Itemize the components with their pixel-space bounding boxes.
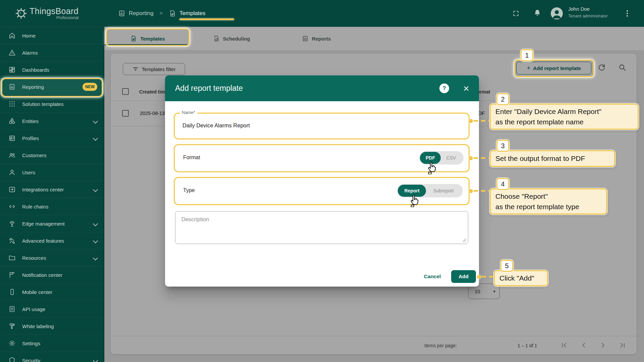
sidebar-item-label: Mobile center <box>22 289 52 295</box>
sidebar-item-integrations-center[interactable]: Integrations center <box>0 181 104 198</box>
mobile-center-icon <box>8 288 16 296</box>
name-field[interactable] <box>182 118 451 132</box>
sidebar-item-alarms[interactable]: Alarms <box>0 44 104 61</box>
solution-templates-icon <box>8 100 16 108</box>
breadcrumb-templates[interactable]: Templates <box>179 10 205 17</box>
thingsboard-logo-icon <box>15 7 28 20</box>
close-icon[interactable]: × <box>460 81 473 96</box>
cancel-button[interactable]: Cancel <box>421 270 444 283</box>
sidebar-item-label: White labeling <box>22 323 54 329</box>
sidebar-item-label: Users <box>22 170 35 175</box>
breadcrumb: Reporting > Templates <box>118 0 206 27</box>
more-options-kebab-icon[interactable] <box>623 9 632 18</box>
step-badge-4: 4 <box>496 178 509 190</box>
sidebar-item-api-usage[interactable]: API usage <box>0 300 104 317</box>
step-callout-5: 5 Click "Add" <box>494 270 548 286</box>
type-toggle: Report Subreport <box>397 184 463 197</box>
sidebar-item-users[interactable]: Users <box>0 164 104 181</box>
sidebar-item-label: Dashboards <box>22 67 49 73</box>
sidebar-item-resources[interactable]: Resources <box>0 249 104 266</box>
thingsboard-app: ThingsBoard Professional Reporting > Tem… <box>0 0 644 362</box>
step-badge-3: 3 <box>496 140 509 152</box>
sidebar-item-label: Advanced features <box>22 238 64 244</box>
sidebar-item-white-labeling[interactable]: White labeling <box>0 317 104 335</box>
sidebar-item-label: Solution templates <box>22 101 63 107</box>
sidebar-item-security[interactable]: Security <box>0 352 104 362</box>
sidebar-item-label: Settings <box>22 341 40 346</box>
callout-text: as the report template type <box>495 201 601 212</box>
new-badge: NEW <box>83 83 97 91</box>
home-icon <box>8 32 16 39</box>
type-option-subreport[interactable]: Subreport <box>427 185 460 197</box>
reporting-icon <box>8 83 16 90</box>
resources-icon <box>8 254 16 261</box>
sidebar-item-label: Home <box>22 33 36 39</box>
chevron-down-icon <box>93 358 98 362</box>
sidebar-item-label: Rule chains <box>22 204 48 209</box>
sidebar-item-notification-center[interactable]: Notification center <box>0 266 104 283</box>
reporting-breadcrumb-icon <box>118 10 125 17</box>
sidebar-item-label: Alarms <box>22 50 38 56</box>
help-icon[interactable]: ? <box>439 83 449 93</box>
sidebar-item-home[interactable]: Home <box>0 27 104 44</box>
sidebar-item-label: Edge management <box>22 221 65 227</box>
chevron-down-icon <box>93 255 98 261</box>
integrations-center-icon <box>8 186 16 193</box>
sidebar-item-edge-management[interactable]: Edge management <box>0 215 104 232</box>
add-report-template-dialog: Add report template ? × Format PDF CSV T… <box>165 75 479 287</box>
notifications-bell-icon[interactable] <box>533 9 542 17</box>
app-title: ThingsBoard <box>30 7 78 15</box>
alarms-icon <box>8 49 16 56</box>
step-callout-4: 4 Choose "Report" as the report template… <box>490 188 607 215</box>
step-callout-3: 3 Set the output format to PDF <box>490 150 615 167</box>
top-header: ThingsBoard Professional Reporting > Tem… <box>0 0 644 27</box>
sidebar-item-advanced-features[interactable]: Advanced features <box>0 232 104 249</box>
dialog-title: Add report template <box>175 75 243 101</box>
format-option-csv[interactable]: CSV <box>441 152 461 164</box>
sidebar-item-label: Integrations center <box>22 187 64 192</box>
sidebar-item-rule-chains[interactable]: Rule chains <box>0 198 104 215</box>
rule-chains-icon <box>8 203 16 210</box>
sidebar-item-label: Entities <box>22 118 39 124</box>
format-option-pdf[interactable]: PDF <box>420 152 441 164</box>
connector-dash <box>474 120 490 122</box>
sidebar-item-entities[interactable]: Entities <box>0 112 104 129</box>
step-callout-2: 2 Enter "Daily Device Alarm Report" as t… <box>490 104 639 130</box>
sidebar-item-profiles[interactable]: Profiles <box>0 129 104 146</box>
sidebar-item-settings[interactable]: Settings <box>0 335 104 352</box>
dashboards-icon <box>8 66 16 73</box>
type-option-report[interactable]: Report <box>398 185 426 197</box>
notification-center-icon <box>8 271 16 279</box>
sidebar-item-label: Notification center <box>22 272 62 278</box>
chevron-down-icon <box>93 238 98 244</box>
logo: ThingsBoard Professional <box>30 7 78 20</box>
connector-dash <box>474 190 490 192</box>
connector-dash <box>482 276 494 278</box>
customers-icon <box>8 152 16 159</box>
security-icon <box>8 357 16 362</box>
users-icon <box>8 169 16 176</box>
user-avatar[interactable] <box>551 7 563 19</box>
sidebar-item-label: Customers <box>22 153 47 158</box>
callout-text: Set the output format to PDF <box>495 153 609 164</box>
fullscreen-icon[interactable] <box>513 10 519 17</box>
callout-text: Choose "Report" <box>495 191 601 201</box>
sidebar-item-reporting[interactable]: ReportingNEW <box>0 78 104 95</box>
chevron-down-icon <box>93 187 98 192</box>
breadcrumb-reporting[interactable]: Reporting <box>129 10 154 17</box>
chevron-down-icon <box>93 119 98 124</box>
name-field-label: Name* <box>180 110 197 115</box>
description-field[interactable] <box>175 211 468 244</box>
callout-text: Enter "Daily Device Alarm Report" <box>495 106 633 117</box>
add-button[interactable]: Add <box>451 270 476 283</box>
sidebar-item-mobile-center[interactable]: Mobile center <box>0 283 104 300</box>
sidebar-item-customers[interactable]: Customers <box>0 146 104 164</box>
step-badge-5: 5 <box>500 260 513 272</box>
callout-text: as the report template name <box>495 117 633 127</box>
chevron-down-icon <box>93 136 98 141</box>
sidebar-item-solution-templates[interactable]: Solution templates <box>0 95 104 112</box>
sidebar-item-dashboards[interactable]: Dashboards <box>0 61 104 78</box>
user-role: Tenant administrator <box>568 13 608 18</box>
connector-dot <box>469 119 473 123</box>
sidebar-item-label: Resources <box>22 255 46 261</box>
